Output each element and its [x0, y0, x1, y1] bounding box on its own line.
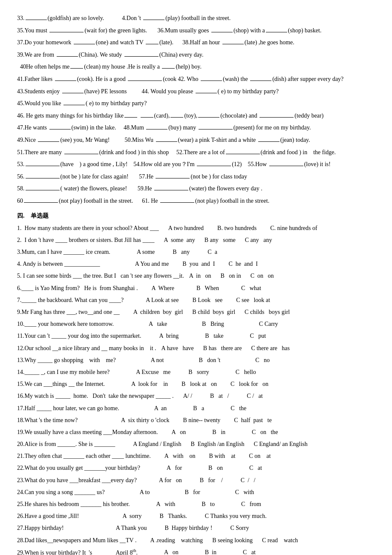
line-51-52: 51.There are many (drink and food ) in t… — [17, 147, 375, 158]
mc-opt-5a: A in on — [189, 270, 211, 281]
mc-opt-29b: B in — [205, 547, 216, 555]
blank-42a — [201, 81, 222, 81]
line-37-38: 37.Do your homework (one) and watch TV (… — [17, 37, 375, 49]
mc-opt-13b: B don 't — [199, 355, 221, 365]
section4-header: 四. 单选题 — [17, 210, 375, 221]
mc-opt-11c: C put — [250, 331, 266, 341]
mc-opt-17a: A an — [154, 403, 167, 414]
blank-47 — [49, 129, 71, 129]
mc-opt-22c: C at — [249, 463, 262, 473]
blank-40a — [70, 68, 83, 69]
blank-39a — [57, 56, 78, 57]
mc-opt-1c: C. nine hundreds of — [270, 223, 317, 233]
mc-opt-20c: C England/ an English — [254, 439, 307, 449]
mc-opt-12c: C there are has — [251, 343, 290, 354]
mc-num-3: 3.Mum, can I have _______ ice cream. — [17, 247, 110, 257]
mc-opt-9b: B child boys girl — [192, 307, 235, 317]
mc-item-14: 14._____ _, can I use my mobile here? A … — [17, 367, 375, 377]
blank-55 — [269, 166, 303, 166]
mc-num-14: 14._____ _, can I use my mobile here? — [17, 367, 110, 377]
mc-opt-2c: C any any — [245, 235, 272, 245]
blank-36a — [211, 32, 233, 32]
blank-46a — [124, 117, 137, 118]
blank-57 — [156, 178, 190, 178]
mc-num-18: 18.What 's the time now? — [17, 415, 78, 426]
mc-opt-4a: A You and me — [135, 259, 169, 269]
mc-opt-21a: A with on — [164, 451, 196, 461]
blank-42b — [250, 81, 271, 81]
mc-opt-9c: C childs boys girl — [245, 307, 290, 317]
mc-opt-5c: C on on — [251, 270, 274, 281]
blank-50a — [156, 141, 177, 142]
mc-opt-28a: A .reading watching — [150, 535, 203, 546]
mc-opt-23c: C / / — [241, 475, 256, 486]
blank-46d — [198, 117, 219, 118]
blank-48b — [199, 129, 233, 129]
mc-opt-9a: A children boy girl — [133, 307, 183, 317]
mc-opt-12a: A have have — [161, 343, 194, 354]
mc-item-10: 10.____ your homework here tomorrow. A t… — [17, 319, 375, 329]
line-33-34: 33.(goldfish) are so lovely. 4.Don 't (p… — [17, 13, 375, 24]
blank-38 — [222, 44, 244, 44]
mc-num-19: 19.We usually have a class meeting ___Mo… — [17, 427, 158, 437]
blank-50b — [258, 141, 280, 142]
mc-item-13: 13.Why _____ go shopping with me? A not … — [17, 355, 375, 365]
mc-num-27: 27.Happy birthday! — [17, 523, 64, 533]
mc-item-15: 15.We can ___things __ the Internet. A l… — [17, 379, 375, 389]
mc-item-6: 6.____ is Yao Ming from? He is from Shan… — [17, 283, 375, 293]
mc-opt-26a: A sorry — [122, 511, 141, 521]
mc-num-20: 20.Alice is from ______. She is _______ — [17, 439, 115, 449]
blank-35 — [49, 32, 84, 32]
mc-opt-21b: B with at — [209, 451, 235, 461]
mc-opt-28c: C read watch — [262, 535, 298, 546]
mc-opt-24c: C with — [235, 487, 254, 497]
mc-item-2: 2. I don 't have ____ brothers or sister… — [17, 235, 375, 245]
line-60-61: 60(not play) football in the street. 61.… — [17, 196, 375, 207]
mc-opt-3c: C a — [208, 247, 217, 257]
mc-item-26: 26.Have a good time ,Jill! A sorry B Tha… — [17, 511, 375, 521]
blank-40b — [162, 68, 175, 69]
mc-opt-6b: B When — [196, 283, 219, 293]
mc-num-22: 22.What do you usually get _______your b… — [17, 463, 140, 473]
mc-item-11: 11.Your can 't _____ your dog into the s… — [17, 331, 375, 341]
line-58-59: 58.( water) the flowers, please! 59.He (… — [17, 183, 375, 195]
blank-49 — [38, 141, 59, 142]
mc-num-1: 1. How many students are there in your s… — [17, 223, 159, 233]
mc-opt-4b: B you and I — [182, 259, 215, 269]
mc-opt-16b: B at / — [210, 391, 229, 401]
mc-opt-18a: A six thirty o 'clock — [121, 415, 169, 426]
mc-num-13: 13.Why _____ go shopping with me? — [17, 355, 116, 365]
mc-opt-11b: B take — [205, 331, 223, 341]
line-39: 39.We are from (China). We study (China)… — [17, 49, 375, 61]
blank-58 — [26, 190, 60, 190]
mc-opt-17c: C the — [231, 403, 246, 414]
mc-opt-13c: C no — [255, 355, 270, 365]
mc-opt-23b: B for / — [200, 475, 223, 486]
mc-item-29: 29.When is your birthday? It 's _______ … — [17, 547, 375, 555]
mc-num-2: 2. I don 't have ____ brothers or sister… — [17, 235, 155, 245]
mc-item-22: 22.What do you usually get _______your b… — [17, 463, 375, 473]
blank-61 — [160, 202, 194, 203]
mc-opt-19b: B in — [212, 427, 225, 437]
blank-46c — [170, 117, 183, 118]
mc-opt-21c: C on at — [249, 451, 271, 461]
mc-opt-11a: A bring — [159, 331, 179, 341]
mc-opt-27a: A Thank you — [116, 523, 147, 533]
fill-blank-section: 33.(goldfish) are so lovely. 4.Don 't (p… — [17, 13, 375, 207]
blank-52 — [226, 154, 260, 154]
mc-opt-28b: B seeing looking — [212, 535, 253, 546]
line-35-36: 35.You must (wait for) the green lights.… — [17, 25, 375, 37]
page-content: 33.(goldfish) are so lovely. 4.Don 't (p… — [17, 13, 375, 555]
mc-num-10: 10.____ your homework here tomorrow. — [17, 319, 114, 329]
mc-opt-17b: B a — [193, 403, 204, 414]
mc-item-19: 19.We usually have a class meeting ___Mo… — [17, 427, 375, 437]
mc-opt-16a: A/ / — [183, 391, 192, 401]
mc-section: 1. How many students are there in your s… — [17, 223, 375, 555]
mc-opt-10b: B Bring — [202, 319, 224, 329]
mc-item-12: 12.Our school __a nice library and __ ma… — [17, 343, 375, 354]
blank-43 — [62, 93, 84, 93]
mc-item-24: 24.Can you sing a song _______ us? A to … — [17, 487, 375, 497]
mc-item-9: 9.Mr Fang has three ___, two__and one __… — [17, 307, 375, 317]
mc-opt-10a: A take — [149, 319, 167, 329]
mc-num-4: 4. Andy is between ____________ — [17, 259, 100, 269]
